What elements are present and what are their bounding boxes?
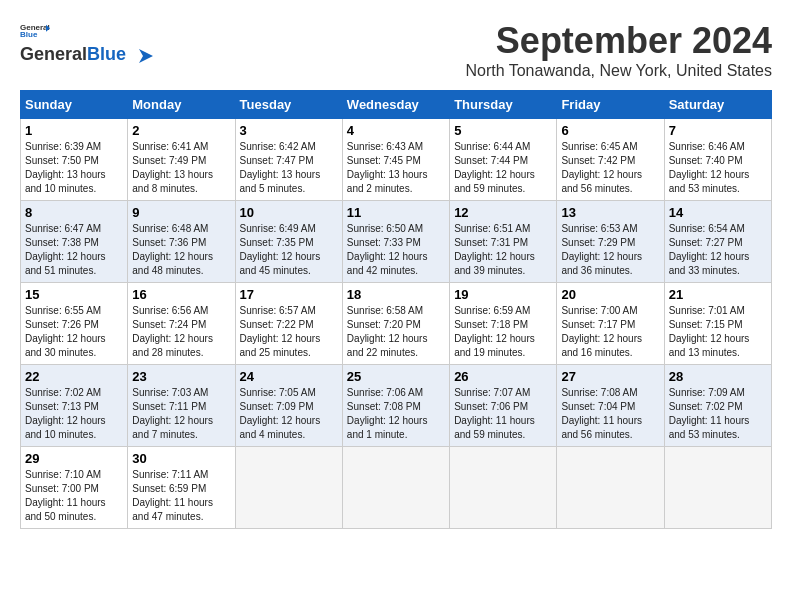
day-info: Sunrise: 7:03 AMSunset: 7:11 PMDaylight:… bbox=[132, 386, 230, 442]
header: General Blue GeneralBlue September 2024 … bbox=[20, 20, 772, 80]
day-number: 12 bbox=[454, 205, 552, 220]
calendar-week-4: 22Sunrise: 7:02 AMSunset: 7:13 PMDayligh… bbox=[21, 365, 772, 447]
day-number: 23 bbox=[132, 369, 230, 384]
header-cell-tuesday: Tuesday bbox=[235, 91, 342, 119]
day-info: Sunrise: 7:02 AMSunset: 7:13 PMDaylight:… bbox=[25, 386, 123, 442]
header-cell-thursday: Thursday bbox=[450, 91, 557, 119]
svg-marker-3 bbox=[139, 49, 153, 63]
calendar-title: September 2024 bbox=[465, 20, 772, 62]
day-number: 22 bbox=[25, 369, 123, 384]
calendar-cell: 28Sunrise: 7:09 AMSunset: 7:02 PMDayligh… bbox=[664, 365, 771, 447]
day-number: 2 bbox=[132, 123, 230, 138]
logo-blue: Blue bbox=[87, 44, 126, 64]
day-info: Sunrise: 7:09 AMSunset: 7:02 PMDaylight:… bbox=[669, 386, 767, 442]
day-number: 24 bbox=[240, 369, 338, 384]
calendar-cell: 27Sunrise: 7:08 AMSunset: 7:04 PMDayligh… bbox=[557, 365, 664, 447]
calendar-cell: 20Sunrise: 7:00 AMSunset: 7:17 PMDayligh… bbox=[557, 283, 664, 365]
day-info: Sunrise: 7:00 AMSunset: 7:17 PMDaylight:… bbox=[561, 304, 659, 360]
day-number: 27 bbox=[561, 369, 659, 384]
calendar-cell: 2Sunrise: 6:41 AMSunset: 7:49 PMDaylight… bbox=[128, 119, 235, 201]
calendar-week-1: 1Sunrise: 6:39 AMSunset: 7:50 PMDaylight… bbox=[21, 119, 772, 201]
header-cell-friday: Friday bbox=[557, 91, 664, 119]
day-number: 26 bbox=[454, 369, 552, 384]
calendar-cell: 6Sunrise: 6:45 AMSunset: 7:42 PMDaylight… bbox=[557, 119, 664, 201]
day-number: 5 bbox=[454, 123, 552, 138]
day-number: 6 bbox=[561, 123, 659, 138]
calendar-cell: 16Sunrise: 6:56 AMSunset: 7:24 PMDayligh… bbox=[128, 283, 235, 365]
day-info: Sunrise: 6:43 AMSunset: 7:45 PMDaylight:… bbox=[347, 140, 445, 196]
day-info: Sunrise: 6:49 AMSunset: 7:35 PMDaylight:… bbox=[240, 222, 338, 278]
calendar-cell: 10Sunrise: 6:49 AMSunset: 7:35 PMDayligh… bbox=[235, 201, 342, 283]
day-number: 20 bbox=[561, 287, 659, 302]
calendar-cell: 25Sunrise: 7:06 AMSunset: 7:08 PMDayligh… bbox=[342, 365, 449, 447]
calendar-cell: 8Sunrise: 6:47 AMSunset: 7:38 PMDaylight… bbox=[21, 201, 128, 283]
day-number: 8 bbox=[25, 205, 123, 220]
day-number: 4 bbox=[347, 123, 445, 138]
calendar-cell: 15Sunrise: 6:55 AMSunset: 7:26 PMDayligh… bbox=[21, 283, 128, 365]
calendar-cell: 23Sunrise: 7:03 AMSunset: 7:11 PMDayligh… bbox=[128, 365, 235, 447]
day-number: 11 bbox=[347, 205, 445, 220]
day-number: 3 bbox=[240, 123, 338, 138]
day-info: Sunrise: 6:53 AMSunset: 7:29 PMDaylight:… bbox=[561, 222, 659, 278]
day-info: Sunrise: 6:54 AMSunset: 7:27 PMDaylight:… bbox=[669, 222, 767, 278]
day-info: Sunrise: 6:48 AMSunset: 7:36 PMDaylight:… bbox=[132, 222, 230, 278]
calendar-cell: 22Sunrise: 7:02 AMSunset: 7:13 PMDayligh… bbox=[21, 365, 128, 447]
calendar-cell: 13Sunrise: 6:53 AMSunset: 7:29 PMDayligh… bbox=[557, 201, 664, 283]
day-info: Sunrise: 7:05 AMSunset: 7:09 PMDaylight:… bbox=[240, 386, 338, 442]
day-info: Sunrise: 6:47 AMSunset: 7:38 PMDaylight:… bbox=[25, 222, 123, 278]
calendar-cell: 4Sunrise: 6:43 AMSunset: 7:45 PMDaylight… bbox=[342, 119, 449, 201]
header-cell-saturday: Saturday bbox=[664, 91, 771, 119]
day-number: 21 bbox=[669, 287, 767, 302]
day-info: Sunrise: 7:11 AMSunset: 6:59 PMDaylight:… bbox=[132, 468, 230, 524]
calendar-cell: 30Sunrise: 7:11 AMSunset: 6:59 PMDayligh… bbox=[128, 447, 235, 529]
day-info: Sunrise: 6:41 AMSunset: 7:49 PMDaylight:… bbox=[132, 140, 230, 196]
logo: General Blue GeneralBlue bbox=[20, 20, 153, 65]
calendar-cell: 3Sunrise: 6:42 AMSunset: 7:47 PMDaylight… bbox=[235, 119, 342, 201]
calendar-cell bbox=[235, 447, 342, 529]
calendar-cell: 29Sunrise: 7:10 AMSunset: 7:00 PMDayligh… bbox=[21, 447, 128, 529]
calendar-cell: 24Sunrise: 7:05 AMSunset: 7:09 PMDayligh… bbox=[235, 365, 342, 447]
calendar-cell: 9Sunrise: 6:48 AMSunset: 7:36 PMDaylight… bbox=[128, 201, 235, 283]
day-number: 19 bbox=[454, 287, 552, 302]
title-area: September 2024 North Tonawanda, New York… bbox=[465, 20, 772, 80]
day-info: Sunrise: 7:01 AMSunset: 7:15 PMDaylight:… bbox=[669, 304, 767, 360]
day-info: Sunrise: 7:07 AMSunset: 7:06 PMDaylight:… bbox=[454, 386, 552, 442]
day-info: Sunrise: 6:51 AMSunset: 7:31 PMDaylight:… bbox=[454, 222, 552, 278]
calendar-week-3: 15Sunrise: 6:55 AMSunset: 7:26 PMDayligh… bbox=[21, 283, 772, 365]
day-number: 29 bbox=[25, 451, 123, 466]
day-number: 15 bbox=[25, 287, 123, 302]
day-info: Sunrise: 6:55 AMSunset: 7:26 PMDaylight:… bbox=[25, 304, 123, 360]
calendar-cell: 14Sunrise: 6:54 AMSunset: 7:27 PMDayligh… bbox=[664, 201, 771, 283]
day-info: Sunrise: 6:44 AMSunset: 7:44 PMDaylight:… bbox=[454, 140, 552, 196]
calendar-table: SundayMondayTuesdayWednesdayThursdayFrid… bbox=[20, 90, 772, 529]
day-number: 30 bbox=[132, 451, 230, 466]
day-info: Sunrise: 6:46 AMSunset: 7:40 PMDaylight:… bbox=[669, 140, 767, 196]
day-number: 9 bbox=[132, 205, 230, 220]
day-info: Sunrise: 6:58 AMSunset: 7:20 PMDaylight:… bbox=[347, 304, 445, 360]
calendar-cell bbox=[664, 447, 771, 529]
day-number: 18 bbox=[347, 287, 445, 302]
day-info: Sunrise: 7:10 AMSunset: 7:00 PMDaylight:… bbox=[25, 468, 123, 524]
day-number: 7 bbox=[669, 123, 767, 138]
header-cell-wednesday: Wednesday bbox=[342, 91, 449, 119]
day-info: Sunrise: 6:56 AMSunset: 7:24 PMDaylight:… bbox=[132, 304, 230, 360]
svg-text:Blue: Blue bbox=[20, 30, 38, 39]
day-info: Sunrise: 6:50 AMSunset: 7:33 PMDaylight:… bbox=[347, 222, 445, 278]
calendar-cell: 11Sunrise: 6:50 AMSunset: 7:33 PMDayligh… bbox=[342, 201, 449, 283]
day-number: 13 bbox=[561, 205, 659, 220]
calendar-cell: 18Sunrise: 6:58 AMSunset: 7:20 PMDayligh… bbox=[342, 283, 449, 365]
logo-icon: General Blue bbox=[20, 22, 50, 40]
day-number: 28 bbox=[669, 369, 767, 384]
calendar-cell: 21Sunrise: 7:01 AMSunset: 7:15 PMDayligh… bbox=[664, 283, 771, 365]
calendar-cell bbox=[450, 447, 557, 529]
calendar-cell: 5Sunrise: 6:44 AMSunset: 7:44 PMDaylight… bbox=[450, 119, 557, 201]
calendar-cell: 17Sunrise: 6:57 AMSunset: 7:22 PMDayligh… bbox=[235, 283, 342, 365]
calendar-week-2: 8Sunrise: 6:47 AMSunset: 7:38 PMDaylight… bbox=[21, 201, 772, 283]
day-info: Sunrise: 7:06 AMSunset: 7:08 PMDaylight:… bbox=[347, 386, 445, 442]
calendar-cell bbox=[557, 447, 664, 529]
calendar-cell: 26Sunrise: 7:07 AMSunset: 7:06 PMDayligh… bbox=[450, 365, 557, 447]
calendar-cell: 19Sunrise: 6:59 AMSunset: 7:18 PMDayligh… bbox=[450, 283, 557, 365]
calendar-week-5: 29Sunrise: 7:10 AMSunset: 7:00 PMDayligh… bbox=[21, 447, 772, 529]
header-cell-sunday: Sunday bbox=[21, 91, 128, 119]
day-info: Sunrise: 6:45 AMSunset: 7:42 PMDaylight:… bbox=[561, 140, 659, 196]
